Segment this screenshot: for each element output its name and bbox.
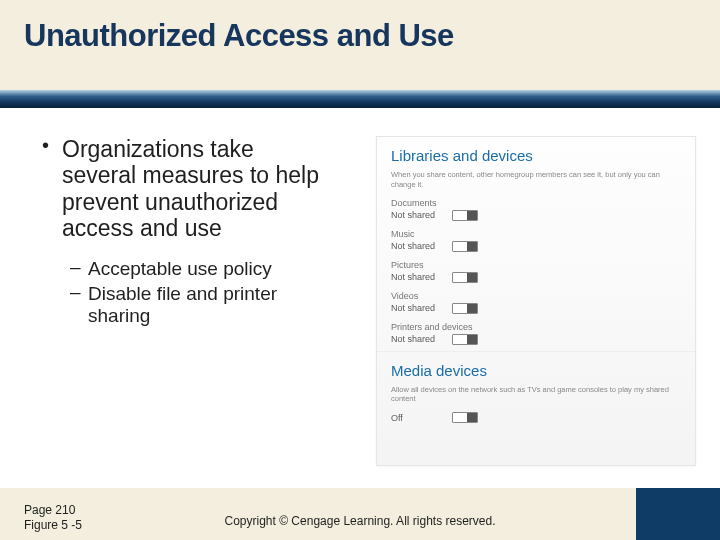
toggle-media[interactable]	[452, 412, 478, 423]
share-label: Printers and devices	[391, 322, 681, 332]
media-status: Off	[391, 413, 446, 423]
content-area: Organizations take several measures to h…	[0, 108, 720, 488]
bullet-sub-2: Disable file and printer sharing	[62, 283, 330, 329]
share-item-pictures: Pictures Not shared	[391, 260, 681, 283]
share-status: Not shared	[391, 210, 446, 220]
share-item-documents: Documents Not shared	[391, 198, 681, 221]
share-item-music: Music Not shared	[391, 229, 681, 252]
share-status: Not shared	[391, 272, 446, 282]
footer-accent-block	[636, 488, 720, 540]
text-column: Organizations take several measures to h…	[40, 136, 330, 478]
toggle-music[interactable]	[452, 241, 478, 252]
share-label: Music	[391, 229, 681, 239]
figure-number: Figure 5 -5	[24, 518, 82, 532]
bullet-sub-2-text: Disable file and printer sharing	[88, 283, 330, 329]
media-devices-section: Media devices Allow all devices on the n…	[377, 352, 695, 430]
bullet-sub-1: Acceptable use policy	[62, 258, 330, 281]
libraries-title: Libraries and devices	[391, 147, 681, 164]
share-label: Documents	[391, 198, 681, 208]
media-desc: Allow all devices on the network such as…	[391, 385, 681, 405]
copyright-text: Copyright © Cengage Learning. All rights…	[0, 514, 720, 528]
bullet-main-text: Organizations take several measures to h…	[62, 136, 330, 242]
share-status: Not shared	[391, 241, 446, 251]
toggle-printers[interactable]	[452, 334, 478, 345]
share-status: Not shared	[391, 334, 446, 344]
media-title: Media devices	[391, 362, 681, 379]
bullet-main: Organizations take several measures to h…	[40, 136, 330, 328]
title-area: Unauthorized Access and Use	[0, 0, 720, 80]
libraries-desc: When you share content, other homegroup …	[391, 170, 681, 190]
toggle-documents[interactable]	[452, 210, 478, 221]
page-number: Page 210	[24, 503, 82, 517]
share-item-media: Off	[391, 412, 681, 423]
libraries-section: Libraries and devices When you share con…	[377, 137, 695, 352]
windows-sharing-panel: Libraries and devices When you share con…	[376, 136, 696, 466]
share-item-printers: Printers and devices Not shared	[391, 322, 681, 345]
bullet-sub-1-text: Acceptable use policy	[88, 258, 330, 281]
share-label: Videos	[391, 291, 681, 301]
toggle-pictures[interactable]	[452, 272, 478, 283]
share-status: Not shared	[391, 303, 446, 313]
share-item-videos: Videos Not shared	[391, 291, 681, 314]
title-divider-bar	[0, 90, 720, 108]
toggle-videos[interactable]	[452, 303, 478, 314]
share-label: Pictures	[391, 260, 681, 270]
screenshot-column: Libraries and devices When you share con…	[336, 136, 696, 478]
footer-bar: Copyright © Cengage Learning. All rights…	[0, 488, 720, 540]
slide-title: Unauthorized Access and Use	[24, 18, 720, 54]
page-reference: Page 210 Figure 5 -5	[24, 503, 82, 532]
